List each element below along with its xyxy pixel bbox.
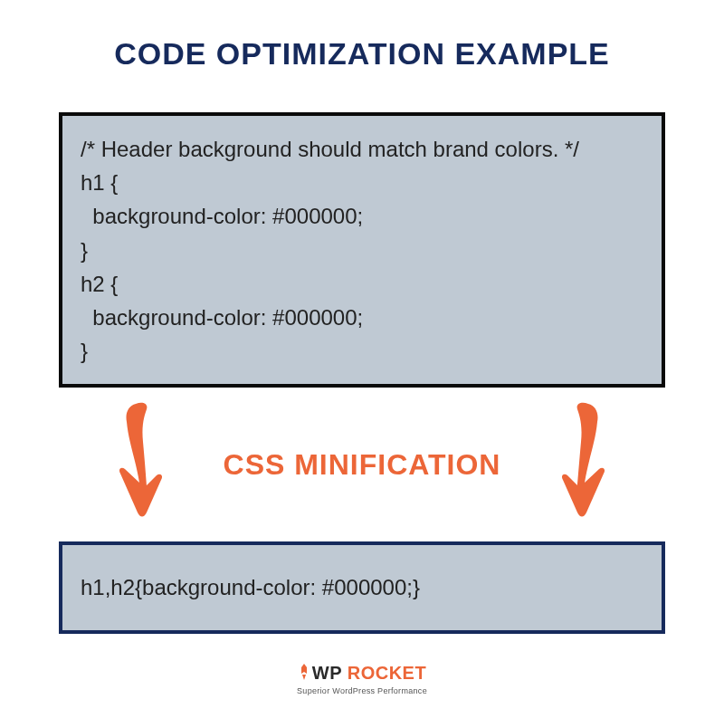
minification-label: CSS MINIFICATION (224, 448, 501, 482)
page-title: CODE OPTIMIZATION EXAMPLE (59, 36, 665, 72)
code-after-box: h1,h2{background-color: #000000;} (59, 541, 665, 633)
code-before-box: /* Header background should match brand … (59, 112, 665, 388)
arrow-down-icon (109, 397, 172, 536)
brand-logo: WP ROCKET Superior WordPress Performance (59, 663, 665, 695)
logo-wp-text: WP (312, 663, 342, 683)
logo-text: WP ROCKET (59, 663, 665, 685)
logo-rocket-text: ROCKET (348, 663, 426, 683)
logo-tagline: Superior WordPress Performance (59, 686, 665, 695)
arrow-section: CSS MINIFICATION (59, 388, 665, 541)
rocket-icon (298, 663, 310, 685)
arrow-down-icon (552, 397, 615, 536)
